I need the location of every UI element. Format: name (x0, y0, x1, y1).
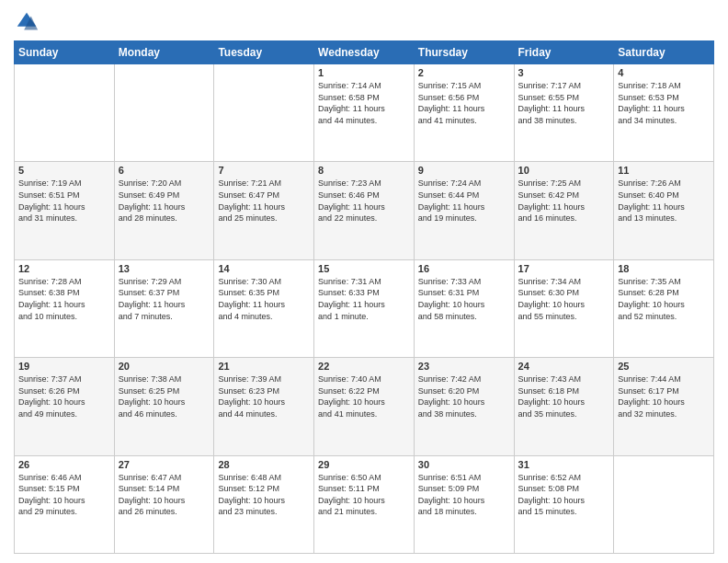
day-number: 28 (218, 459, 310, 470)
day-number: 13 (119, 263, 210, 274)
calendar-cell: 7Sunrise: 7:21 AM Sunset: 6:47 PM Daylig… (214, 162, 314, 259)
calendar-week-4: 19Sunrise: 7:37 AM Sunset: 6:26 PM Dayli… (15, 358, 714, 455)
day-number: 27 (119, 459, 210, 470)
day-number: 10 (518, 165, 610, 176)
day-header-sunday: Sunday (15, 41, 115, 64)
calendar-cell: 17Sunrise: 7:34 AM Sunset: 6:30 PM Dayli… (514, 259, 614, 357)
day-info: Sunrise: 7:42 AM Sunset: 6:20 PM Dayligh… (418, 373, 510, 419)
calendar-cell: 4Sunrise: 7:18 AM Sunset: 6:53 PM Daylig… (614, 64, 714, 162)
day-number: 14 (218, 263, 310, 274)
calendar-cell: 1Sunrise: 7:14 AM Sunset: 6:58 PM Daylig… (314, 64, 415, 162)
day-info: Sunrise: 6:50 AM Sunset: 5:11 PM Dayligh… (318, 472, 410, 518)
calendar-cell (214, 64, 314, 162)
calendar-cell: 26Sunrise: 6:46 AM Sunset: 5:15 PM Dayli… (15, 455, 115, 553)
day-number: 20 (119, 361, 210, 372)
calendar-cell: 3Sunrise: 7:17 AM Sunset: 6:55 PM Daylig… (514, 64, 614, 162)
day-number: 16 (418, 263, 510, 274)
day-number: 15 (318, 263, 410, 274)
calendar-cell: 5Sunrise: 7:19 AM Sunset: 6:51 PM Daylig… (15, 162, 115, 259)
day-info: Sunrise: 7:33 AM Sunset: 6:31 PM Dayligh… (418, 276, 510, 322)
calendar-cell: 12Sunrise: 7:28 AM Sunset: 6:38 PM Dayli… (15, 259, 115, 357)
day-number: 19 (18, 361, 110, 372)
calendar-cell: 25Sunrise: 7:44 AM Sunset: 6:17 PM Dayli… (614, 358, 714, 455)
day-number: 23 (418, 361, 510, 372)
day-info: Sunrise: 7:23 AM Sunset: 6:46 PM Dayligh… (318, 178, 410, 224)
day-info: Sunrise: 7:28 AM Sunset: 6:38 PM Dayligh… (18, 276, 110, 322)
calendar-cell: 19Sunrise: 7:37 AM Sunset: 6:26 PM Dayli… (15, 358, 115, 455)
page: SundayMondayTuesdayWednesdayThursdayFrid… (0, 0, 728, 563)
day-info: Sunrise: 7:38 AM Sunset: 6:25 PM Dayligh… (119, 373, 210, 419)
day-info: Sunrise: 7:21 AM Sunset: 6:47 PM Dayligh… (218, 178, 310, 224)
calendar-cell (15, 64, 115, 162)
day-header-saturday: Saturday (614, 41, 714, 64)
calendar-cell: 31Sunrise: 6:52 AM Sunset: 5:08 PM Dayli… (514, 455, 614, 553)
day-info: Sunrise: 7:37 AM Sunset: 6:26 PM Dayligh… (18, 373, 110, 419)
calendar-week-5: 26Sunrise: 6:46 AM Sunset: 5:15 PM Dayli… (15, 455, 714, 553)
day-header-thursday: Thursday (414, 41, 514, 64)
day-info: Sunrise: 7:39 AM Sunset: 6:23 PM Dayligh… (218, 373, 310, 419)
day-info: Sunrise: 7:14 AM Sunset: 6:58 PM Dayligh… (318, 80, 410, 126)
day-number: 4 (618, 67, 710, 78)
day-info: Sunrise: 7:29 AM Sunset: 6:37 PM Dayligh… (119, 276, 210, 322)
calendar-cell: 14Sunrise: 7:30 AM Sunset: 6:35 PM Dayli… (214, 259, 314, 357)
day-number: 31 (518, 459, 610, 470)
day-info: Sunrise: 7:15 AM Sunset: 6:56 PM Dayligh… (418, 80, 510, 126)
header (14, 9, 714, 35)
calendar-cell: 6Sunrise: 7:20 AM Sunset: 6:49 PM Daylig… (114, 162, 214, 259)
day-number: 8 (318, 165, 410, 176)
day-info: Sunrise: 7:18 AM Sunset: 6:53 PM Dayligh… (618, 80, 710, 126)
logo (14, 9, 43, 35)
day-info: Sunrise: 6:46 AM Sunset: 5:15 PM Dayligh… (18, 472, 110, 518)
calendar-table: SundayMondayTuesdayWednesdayThursdayFrid… (14, 40, 714, 554)
calendar-cell: 28Sunrise: 6:48 AM Sunset: 5:12 PM Dayli… (214, 455, 314, 553)
day-info: Sunrise: 7:19 AM Sunset: 6:51 PM Dayligh… (18, 178, 110, 224)
calendar-cell: 20Sunrise: 7:38 AM Sunset: 6:25 PM Dayli… (114, 358, 214, 455)
calendar-cell: 29Sunrise: 6:50 AM Sunset: 5:11 PM Dayli… (314, 455, 415, 553)
day-number: 9 (418, 165, 510, 176)
day-number: 21 (218, 361, 310, 372)
day-number: 30 (418, 459, 510, 470)
day-number: 6 (119, 165, 210, 176)
calendar-cell (614, 455, 714, 553)
logo-icon (14, 9, 40, 35)
day-number: 25 (618, 361, 710, 372)
day-info: Sunrise: 7:26 AM Sunset: 6:40 PM Dayligh… (618, 178, 710, 224)
calendar-cell: 10Sunrise: 7:25 AM Sunset: 6:42 PM Dayli… (514, 162, 614, 259)
calendar-cell: 24Sunrise: 7:43 AM Sunset: 6:18 PM Dayli… (514, 358, 614, 455)
calendar-cell: 21Sunrise: 7:39 AM Sunset: 6:23 PM Dayli… (214, 358, 314, 455)
day-info: Sunrise: 7:44 AM Sunset: 6:17 PM Dayligh… (618, 373, 710, 419)
day-header-monday: Monday (114, 41, 214, 64)
calendar-cell: 23Sunrise: 7:42 AM Sunset: 6:20 PM Dayli… (414, 358, 514, 455)
calendar-cell: 18Sunrise: 7:35 AM Sunset: 6:28 PM Dayli… (614, 259, 714, 357)
calendar-cell (114, 64, 214, 162)
day-number: 26 (18, 459, 110, 470)
calendar-week-2: 5Sunrise: 7:19 AM Sunset: 6:51 PM Daylig… (15, 162, 714, 259)
day-number: 24 (518, 361, 610, 372)
day-info: Sunrise: 7:43 AM Sunset: 6:18 PM Dayligh… (518, 373, 610, 419)
day-number: 12 (18, 263, 110, 274)
calendar-cell: 27Sunrise: 6:47 AM Sunset: 5:14 PM Dayli… (114, 455, 214, 553)
calendar-header-row: SundayMondayTuesdayWednesdayThursdayFrid… (15, 41, 714, 64)
calendar-week-1: 1Sunrise: 7:14 AM Sunset: 6:58 PM Daylig… (15, 64, 714, 162)
day-info: Sunrise: 7:35 AM Sunset: 6:28 PM Dayligh… (618, 276, 710, 322)
day-info: Sunrise: 7:20 AM Sunset: 6:49 PM Dayligh… (119, 178, 210, 224)
day-info: Sunrise: 7:34 AM Sunset: 6:30 PM Dayligh… (518, 276, 610, 322)
day-number: 5 (18, 165, 110, 176)
calendar-cell: 8Sunrise: 7:23 AM Sunset: 6:46 PM Daylig… (314, 162, 415, 259)
calendar-cell: 9Sunrise: 7:24 AM Sunset: 6:44 PM Daylig… (414, 162, 514, 259)
day-number: 22 (318, 361, 410, 372)
calendar-cell: 2Sunrise: 7:15 AM Sunset: 6:56 PM Daylig… (414, 64, 514, 162)
day-number: 3 (518, 67, 610, 78)
day-info: Sunrise: 6:48 AM Sunset: 5:12 PM Dayligh… (218, 472, 310, 518)
day-number: 2 (418, 67, 510, 78)
day-number: 7 (218, 165, 310, 176)
calendar-cell: 30Sunrise: 6:51 AM Sunset: 5:09 PM Dayli… (414, 455, 514, 553)
calendar-cell: 15Sunrise: 7:31 AM Sunset: 6:33 PM Dayli… (314, 259, 415, 357)
calendar-cell: 16Sunrise: 7:33 AM Sunset: 6:31 PM Dayli… (414, 259, 514, 357)
day-info: Sunrise: 7:31 AM Sunset: 6:33 PM Dayligh… (318, 276, 410, 322)
day-info: Sunrise: 6:47 AM Sunset: 5:14 PM Dayligh… (119, 472, 210, 518)
calendar-cell: 22Sunrise: 7:40 AM Sunset: 6:22 PM Dayli… (314, 358, 415, 455)
day-info: Sunrise: 7:30 AM Sunset: 6:35 PM Dayligh… (218, 276, 310, 322)
day-info: Sunrise: 7:24 AM Sunset: 6:44 PM Dayligh… (418, 178, 510, 224)
calendar-cell: 13Sunrise: 7:29 AM Sunset: 6:37 PM Dayli… (114, 259, 214, 357)
